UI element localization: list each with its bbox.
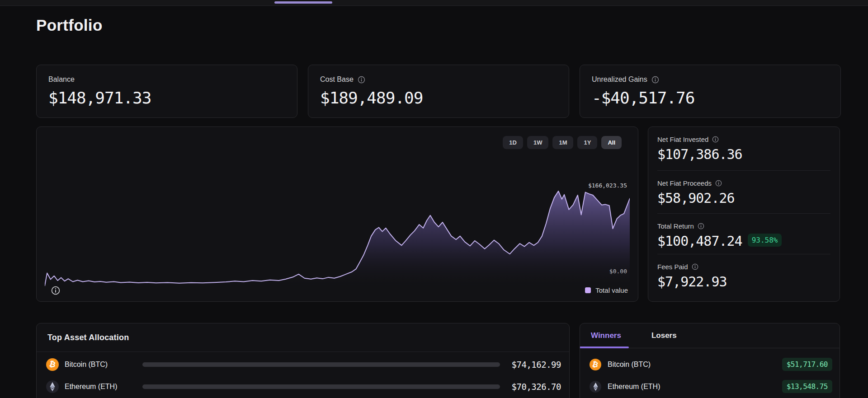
asset-name: Ethereum (ETH) [608, 383, 660, 391]
cost-base-label: Cost Base [320, 75, 354, 84]
asset-name: Bitcoin (BTC) [608, 361, 651, 369]
chart-min-value-label: $0.00 [609, 268, 627, 275]
chart-legend: Total value [585, 286, 628, 294]
winners-losers-card: Winners Losers ₿ Bitcoin (BTC) $51,717.6… [580, 323, 840, 398]
allocation-bar-track [142, 384, 500, 389]
legend-label: Total value [595, 286, 628, 294]
allocation-value-btc: $74,162.99 [512, 360, 561, 370]
asset-name: Bitcoin (BTC) [65, 361, 137, 369]
info-icon[interactable] [651, 76, 659, 84]
active-nav-indicator[interactable] [274, 1, 332, 4]
winners-row-btc[interactable]: ₿ Bitcoin (BTC) $51,717.60 [580, 353, 840, 375]
net-fiat-invested-label: Net Fiat Invested [657, 136, 708, 143]
net-fiat-proceeds-label: Net Fiat Proceeds [657, 179, 712, 187]
allocation-title: Top Asset Allocation [47, 333, 129, 342]
bitcoin-icon: ₿ [46, 358, 59, 371]
cost-base-value: $189,489.09 [320, 89, 557, 107]
info-icon[interactable] [698, 223, 704, 229]
cost-base-card: Cost Base $189,489.09 [308, 65, 569, 118]
top-asset-allocation-card: Top Asset Allocation ₿ Bitcoin (BTC) $74… [36, 323, 570, 398]
total-value-area-chart[interactable] [45, 185, 630, 293]
ethereum-icon [46, 380, 59, 393]
balance-value: $148,971.33 [48, 89, 285, 107]
portfolio-chart-card: 1D 1W 1M 1Y All $166,023.35 $0.00 Total … [36, 126, 638, 302]
total-value-swatch [585, 287, 591, 293]
fees-paid-row: Fees Paid $7,922.93 [657, 254, 830, 301]
winners-losers-tabs: Winners Losers [580, 323, 840, 348]
range-button-1m[interactable]: 1M [552, 136, 573, 149]
gain-badge-eth: $13,548.75 [782, 380, 832, 393]
chart-info-icon[interactable] [51, 286, 60, 295]
asset-name: Ethereum (ETH) [65, 383, 137, 391]
info-icon[interactable] [692, 263, 698, 270]
total-return-percent-badge: 93.58% [748, 234, 782, 247]
ethereum-icon [590, 381, 601, 393]
allocation-header: Top Asset Allocation [37, 323, 569, 352]
info-icon[interactable] [358, 76, 365, 84]
unrealized-gains-card: Unrealized Gains -$40,517.76 [580, 65, 841, 118]
chart-max-value-label: $166,023.35 [588, 182, 627, 189]
range-button-1w[interactable]: 1W [527, 136, 549, 149]
allocation-row-btc[interactable]: ₿ Bitcoin (BTC) $74,162.99 [37, 353, 569, 375]
top-nav-bar [0, 0, 868, 6]
tab-losers[interactable]: Losers [651, 331, 677, 340]
net-fiat-invested-value: $107,386.36 [657, 146, 830, 162]
net-fiat-proceeds-value: $58,902.26 [657, 190, 830, 206]
fiat-summary-panel: Net Fiat Invested $107,386.36 Net Fiat P… [648, 126, 840, 302]
total-return-label: Total Return [657, 222, 694, 230]
fees-paid-value: $7,922.93 [657, 274, 830, 290]
info-icon[interactable] [715, 180, 722, 187]
allocation-bar-track [142, 362, 500, 367]
active-tab-indicator [580, 346, 629, 348]
time-range-selector: 1D 1W 1M 1Y All [503, 136, 622, 149]
info-icon[interactable] [712, 136, 719, 143]
winners-row-eth[interactable]: Ethereum (ETH) $13,548.75 [580, 375, 840, 398]
unrealized-gains-value: -$40,517.76 [592, 89, 829, 107]
total-return-value: $100,487.24 [657, 233, 742, 249]
range-button-1d[interactable]: 1D [503, 136, 523, 149]
tab-winners[interactable]: Winners [591, 331, 621, 340]
allocation-value-eth: $70,326.70 [512, 382, 561, 392]
range-button-1y[interactable]: 1Y [577, 136, 597, 149]
balance-label: Balance [48, 75, 75, 84]
balance-card: Balance $148,971.33 [36, 65, 297, 118]
net-fiat-proceeds-row: Net Fiat Proceeds $58,902.26 [657, 170, 830, 214]
unrealized-gains-label: Unrealized Gains [592, 75, 647, 84]
total-return-row: Total Return $100,487.24 93.58% [657, 213, 830, 254]
gain-badge-btc: $51,717.60 [782, 358, 832, 371]
range-button-all[interactable]: All [601, 136, 622, 149]
net-fiat-invested-row: Net Fiat Invested $107,386.36 [657, 127, 830, 170]
allocation-row-eth[interactable]: Ethereum (ETH) $70,326.70 [37, 375, 569, 398]
page-title: Portfolio [36, 16, 103, 34]
bitcoin-icon: ₿ [590, 359, 601, 370]
fees-paid-label: Fees Paid [657, 263, 688, 271]
